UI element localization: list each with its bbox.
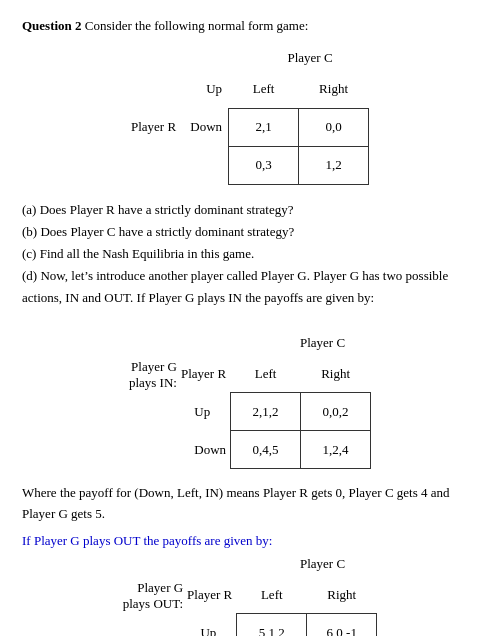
table2-cell-ul: 2,1,2 (231, 393, 301, 431)
table1-section: Player C Player R Up Down Left (22, 50, 478, 185)
question-c: (c) Find all the Nash Equilibria in this… (22, 243, 478, 265)
table3-row-up-label: Up (200, 614, 232, 636)
note2: If Player G plays OUT the payoffs are gi… (22, 531, 478, 552)
table2-player-r-label: Player R (181, 355, 226, 393)
questions-abcd: (a) Does Player R have a strictly domina… (22, 199, 478, 309)
table1-cell-dr: 1,2 (299, 146, 369, 184)
table2-row-up: 2,1,2 0,0,2 (231, 393, 371, 431)
table3-player-g-label: Player Gplays OUT: (123, 576, 183, 614)
question-intro: Consider the following normal form game: (82, 18, 309, 33)
question-b: (b) Does Player C have a strictly domina… (22, 221, 478, 243)
table2-player-c: Player C (300, 335, 345, 351)
table2-side-layout: Player Gplays IN: Player R Up Down Left … (129, 355, 371, 470)
table2-row-up-label: Up (194, 393, 226, 431)
table1-cell-dl: 0,3 (229, 146, 299, 184)
note1: Where the payoff for (Down, Left, IN) me… (22, 483, 478, 525)
table1-cell-ur: 0,0 (299, 108, 369, 146)
table1-row-down: 0,3 1,2 (229, 146, 369, 184)
table3-cell-ul: 5,1,2 (237, 614, 307, 636)
table1-col-right-header: Right (299, 70, 369, 108)
question-header: Question 2 Consider the following normal… (22, 18, 478, 34)
table2-row-down: 0,4,5 1,2,4 (231, 431, 371, 469)
table1-row-up: 2,1 0,0 (229, 108, 369, 146)
table3-section: Player C Player Gplays OUT: Player R Up … (22, 556, 478, 636)
table1-col-left-header: Left (229, 70, 299, 108)
table3-player-r-label: Player R (187, 576, 232, 614)
table1-player-r-label: Player R (131, 108, 176, 146)
table1-cell-ul: 2,1 (229, 108, 299, 146)
table3-layout: Player C Player Gplays OUT: Player R Up … (22, 556, 478, 636)
table1-row-up-label: Up (180, 81, 228, 97)
table1-game-table: Left Right 2,1 0,0 0,3 1,2 (228, 70, 369, 185)
table1-player-c: Player C (287, 50, 332, 66)
table2-layout: Player C Player Gplays IN: Player R Up D… (22, 335, 478, 470)
table2-game-table: Left Right 2,1,2 0,0,2 0,4,5 1,2,4 (230, 355, 371, 470)
table2-row-down-label: Down (194, 431, 226, 469)
table2-player-g-label: Player Gplays IN: (129, 355, 177, 393)
table1-row-down-label: Down (180, 119, 228, 135)
table2-section: Player C Player Gplays IN: Player R Up D… (22, 335, 478, 470)
question-d: (d) Now, let’s introduce another player … (22, 265, 478, 309)
table2-cell-dr: 1,2,4 (301, 431, 371, 469)
question-a: (a) Does Player R have a strictly domina… (22, 199, 478, 221)
table3-player-c: Player C (300, 556, 345, 572)
question-number: Question 2 (22, 18, 82, 33)
table3-side-layout: Player Gplays OUT: Player R Up Down Left… (123, 576, 378, 636)
table3-cell-ur: 6,0,-1 (307, 614, 377, 636)
table3-col-left-header: Left (237, 576, 307, 614)
table1-side-layout: Player R Up Down Left Right (131, 70, 369, 185)
table1-layout: Player C Player R Up Down Left (22, 50, 478, 185)
table2-col-left-header: Left (231, 355, 301, 393)
table2-cell-ur: 0,0,2 (301, 393, 371, 431)
table3-row-up: 5,1,2 6,0,-1 (237, 614, 377, 636)
table2-col-right-header: Right (301, 355, 371, 393)
table2-cell-dl: 0,4,5 (231, 431, 301, 469)
table3-col-right-header: Right (307, 576, 377, 614)
table3-game-table: Left Right 5,1,2 6,0,-1 9,0,4 1,2,3 (236, 576, 377, 636)
